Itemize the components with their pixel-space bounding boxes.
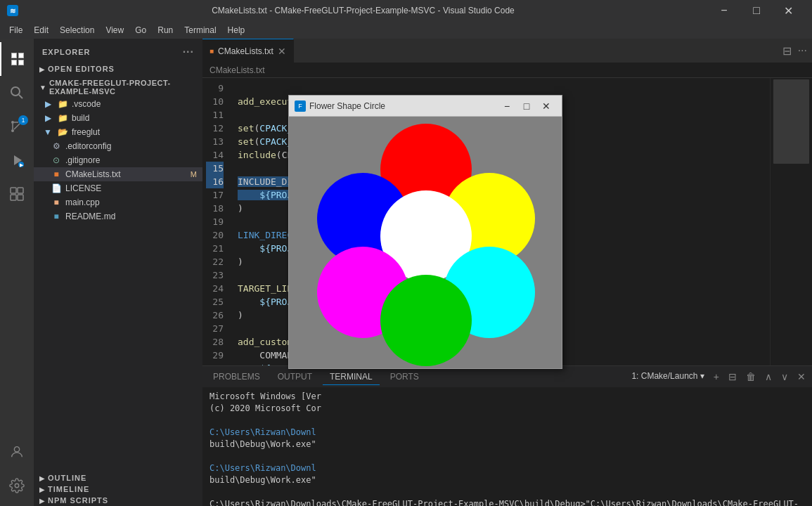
outline-arrow: ▶ xyxy=(39,474,45,482)
split-editor-button[interactable]: ⊟ xyxy=(781,43,793,59)
terminal-close-button[interactable]: ✕ xyxy=(794,370,808,384)
project-root-toggle[interactable]: ▼ CMAKE-FREEGLUT-PROJECT-EXAMPLE-MSVC xyxy=(34,77,202,97)
outline-label: OUTLINE xyxy=(48,474,86,482)
activity-search[interactable] xyxy=(0,76,34,110)
terminal-maximize-button[interactable]: ∨ xyxy=(778,370,791,384)
activity-bar: 1 ▶ xyxy=(0,39,34,506)
more-tab-actions[interactable]: ··· xyxy=(797,43,808,58)
terminal-tabs: PROBLEMS OUTPUT TERMINAL PORTS 1: CMake/… xyxy=(202,366,812,387)
activity-run[interactable]: ▶ xyxy=(0,143,34,177)
file-icon-cmake: ■ xyxy=(51,169,62,180)
sidebar-menu-button[interactable]: ··· xyxy=(183,46,194,58)
menu-file[interactable]: File xyxy=(4,24,28,37)
tree-label-maincpp: main.cpp xyxy=(65,197,100,207)
tree-item-maincpp[interactable]: ■ main.cpp xyxy=(34,195,202,209)
close-button[interactable]: ✕ xyxy=(773,0,805,21)
minimap xyxy=(770,78,812,365)
terminal-collapse-button[interactable]: ∧ xyxy=(762,370,775,384)
flower-window: F Flower Shape Circle − □ ✕ xyxy=(288,95,562,369)
svg-line-7 xyxy=(14,124,20,129)
tree-label-build: build xyxy=(72,113,89,123)
svg-line-1 xyxy=(19,95,22,98)
tab-bar: ■ CMakeLists.txt ✕ ⊟ ··· xyxy=(202,39,812,63)
project-root-label: CMAKE-FREEGLUT-PROJECT-EXAMPLE-MSVC xyxy=(49,79,197,96)
file-icon-gitignore: ⊙ xyxy=(51,155,62,166)
terminal-trash-button[interactable]: 🗑 xyxy=(743,370,759,384)
activity-account[interactable] xyxy=(0,435,34,469)
flower-minimize-button[interactable]: − xyxy=(497,98,517,114)
terminal-content[interactable]: Microsoft Windows [Ver (c) 2020 Microsof… xyxy=(202,387,812,506)
term-line-3 xyxy=(210,415,805,427)
arrow-build: ▶ xyxy=(42,112,53,124)
tree-item-gitignore[interactable]: ⊙ .gitignore xyxy=(34,153,202,167)
tree-label-readme: README.md xyxy=(65,212,115,221)
npm-scripts-arrow: ▶ xyxy=(39,497,45,505)
menu-view[interactable]: View xyxy=(100,24,129,37)
tree-label-editorconfig: .editorconfig xyxy=(65,141,111,151)
maximize-button[interactable]: □ xyxy=(740,0,773,21)
title-bar: ≋ CMakeLists.txt - CMake-FreeGLUT-Projec… xyxy=(0,0,812,21)
file-icon-license: 📄 xyxy=(51,183,62,194)
svg-rect-11 xyxy=(18,188,23,193)
tab-ports[interactable]: PORTS xyxy=(383,369,426,384)
tree-item-vscode[interactable]: ▶ 📁 .vscode xyxy=(34,97,202,111)
tab-cmakelists[interactable]: ■ CMakeLists.txt ✕ xyxy=(202,39,294,63)
tree-label-freeglut: freeglut xyxy=(72,127,100,137)
term-line-7: C:\Users\Rizwan\Downl xyxy=(210,462,805,474)
timeline-arrow: ▶ xyxy=(39,486,45,493)
outline-toggle[interactable]: ▶ OUTLINE xyxy=(34,472,202,484)
terminal-area: PROBLEMS OUTPUT TERMINAL PORTS 1: CMake/… xyxy=(202,365,812,506)
menu-help[interactable]: Help xyxy=(222,24,251,37)
svg-point-2 xyxy=(11,121,14,124)
line-numbers: 9 10 11 12 13 14 15 16 17 18 19 20 21 22… xyxy=(202,78,231,365)
terminal-session-select[interactable]: 1: CMake/Launch ▾ xyxy=(629,370,707,384)
folder-icon-vscode: ▶ xyxy=(42,98,53,110)
tree-item-editorconfig[interactable]: ⚙ .editorconfig xyxy=(34,139,202,153)
activity-settings[interactable] xyxy=(0,469,34,502)
open-editors-arrow: ▶ xyxy=(39,65,45,73)
term-line-6 xyxy=(210,450,805,462)
timeline-toggle[interactable]: ▶ TIMELINE xyxy=(34,484,202,495)
term-line-2: (c) 2020 Microsoft Cor xyxy=(210,403,805,415)
open-editors-toggle[interactable]: ▶ OPEN EDITORS xyxy=(34,63,202,74)
term-line-1: Microsoft Windows [Ver xyxy=(210,391,805,403)
tree-label-cmakelists: CMakeLists.txt xyxy=(65,169,121,179)
svg-point-0 xyxy=(11,87,20,96)
flower-titlebar: F Flower Shape Circle − □ ✕ xyxy=(289,96,562,117)
tree-item-readme[interactable]: ■ README.md xyxy=(34,209,202,223)
tree-label-vscode: .vscode xyxy=(72,99,101,109)
terminal-split-button[interactable]: ⊟ xyxy=(726,370,740,384)
close-tab-cmakelists[interactable]: ✕ xyxy=(278,46,286,57)
flower-close-button[interactable]: ✕ xyxy=(536,98,556,114)
open-editors-section: ▶ OPEN EDITORS xyxy=(34,62,202,76)
svg-point-4 xyxy=(11,129,14,132)
sidebar-sections-bottom: ▶ OUTLINE ▶ TIMELINE ▶ NPM SCRIPTS xyxy=(34,472,202,506)
activity-extensions[interactable] xyxy=(0,177,34,211)
npm-scripts-label: NPM SCRIPTS xyxy=(48,496,108,505)
tree-item-cmakelists[interactable]: ■ CMakeLists.txt M xyxy=(34,167,202,181)
tree-item-freeglut[interactable]: ▼ 📂 freeglut xyxy=(34,125,202,139)
menu-terminal[interactable]: Terminal xyxy=(179,24,221,37)
breadcrumb-text: CMakeLists.txt xyxy=(210,65,265,75)
file-icon-editorconfig: ⚙ xyxy=(51,141,62,152)
activity-explorer[interactable] xyxy=(0,42,34,76)
terminal-add-button[interactable]: + xyxy=(711,370,722,384)
menu-run[interactable]: Run xyxy=(152,24,179,37)
tab-cmakelists-label: CMakeLists.txt xyxy=(218,46,273,56)
tree-item-build[interactable]: ▶ 📁 build xyxy=(34,111,202,125)
terminal-actions: 1: CMake/Launch ▾ + ⊟ 🗑 ∧ ∨ ✕ xyxy=(629,370,808,384)
flower-canvas xyxy=(289,117,562,368)
tab-terminal[interactable]: TERMINAL xyxy=(323,369,380,385)
tree-item-license[interactable]: 📄 LICENSE xyxy=(34,181,202,195)
activity-source-control[interactable]: 1 xyxy=(0,110,34,143)
menu-edit[interactable]: Edit xyxy=(28,24,54,37)
tab-output[interactable]: OUTPUT xyxy=(271,369,319,384)
tab-problems[interactable]: PROBLEMS xyxy=(206,369,267,384)
term-line-8: build\Debug\Work.exe" xyxy=(210,474,805,486)
npm-scripts-toggle[interactable]: ▶ NPM SCRIPTS xyxy=(34,495,202,506)
minimize-button[interactable]: − xyxy=(708,0,740,21)
menu-selection[interactable]: Selection xyxy=(54,24,100,37)
menu-go[interactable]: Go xyxy=(129,24,152,37)
project-section: ▼ CMAKE-FREEGLUT-PROJECT-EXAMPLE-MSVC ▶ … xyxy=(34,76,202,225)
flower-maximize-button[interactable]: □ xyxy=(517,98,536,114)
